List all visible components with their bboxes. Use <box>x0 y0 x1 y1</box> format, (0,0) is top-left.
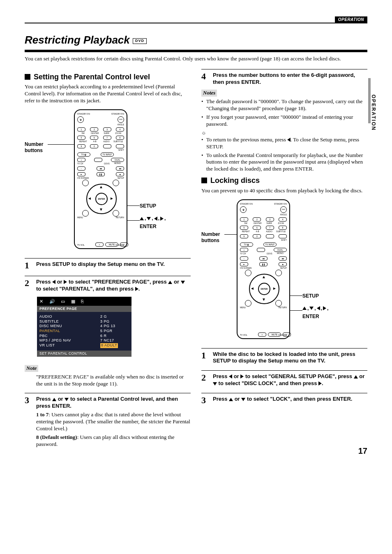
step-text: Press the number buttons to enter the 6-… <box>213 72 367 86</box>
remote-tvvol: TV VOL <box>77 244 85 247</box>
step-text: Press SETUP to display the Setup menu on… <box>36 261 191 270</box>
remote-center: CENTER <box>89 133 101 135</box>
step-1: 1 Press SETUP to display the Setup menu … <box>25 261 191 270</box>
dpad-up-icon: ▲ <box>99 184 103 189</box>
osd-rating-item: 5 PGR <box>100 329 129 334</box>
remote-onscreen: ON SCREEN <box>77 178 101 180</box>
remote-subtitle: SUBTITLE <box>113 141 125 143</box>
locking-step-2: 2 Press or to select "GENERAL SETUP PAGE… <box>201 373 367 387</box>
osd-rating-item: 6 R <box>100 334 129 339</box>
remote-onscreen-btn <box>82 180 89 186</box>
step-number: 3 <box>201 396 213 405</box>
osd-menu-item: AUDIO <box>39 314 100 319</box>
osd-icon-tv: ▭ <box>61 298 65 304</box>
remote-return: RETURN <box>101 217 124 219</box>
remote-btn-tvinput: TV INPUT <box>101 152 114 157</box>
parental-intro-paragraph: You can restrict playback according to a… <box>25 83 191 104</box>
osd-rating-item: 7 NC17 <box>100 338 129 343</box>
remote-power-right-dvd: DVD <box>118 116 124 123</box>
down-arrow-icon <box>65 398 69 401</box>
down-arrow-icon <box>147 217 151 220</box>
step-number: 2 <box>25 279 36 293</box>
remote-ddvs: DDVS <box>101 163 113 165</box>
callout-direction-arrows: , , , , <box>140 215 166 222</box>
remote-volume: VOLUME <box>115 244 124 247</box>
remote-diagram-2: Number buttons STANDBY/ONSTANDBY/ON ⏻DVD… <box>201 194 367 342</box>
remote-power-left: ⏻ <box>77 116 84 123</box>
down-arrow-icon <box>181 281 185 284</box>
up-arrow-icon <box>229 398 233 401</box>
page-number: 17 <box>358 446 367 456</box>
left-arrow-icon <box>154 217 157 221</box>
remote-repeat: REPEAT <box>77 141 89 143</box>
remote-dpad: ENTER ▲ ▼ ◄ ► <box>84 182 117 215</box>
right-arrow-icon <box>323 306 326 310</box>
remote-btn-1: 1 <box>77 127 85 132</box>
remote-setup-lbl: SETUP <box>101 178 124 180</box>
side-tab-label: OPERATION <box>370 95 376 131</box>
intro-paragraph: You can set playback restrictions for ce… <box>25 55 367 62</box>
heading-setting-parental-level: Setting the Parental Control level <box>25 72 191 82</box>
step-text: Press or to select "PREFERENCE PAGE", pr… <box>36 279 191 293</box>
osd-menu-item: PBC <box>39 334 100 339</box>
note-bullet-2: •If you forget your password, enter "000… <box>201 114 367 128</box>
up-arrow-icon <box>302 307 307 310</box>
osd-menu-item: MP3 / JPEG NAV <box>39 338 100 343</box>
square-bullet-icon <box>25 74 30 80</box>
osd-icon-bar: ✕ 🔊 ▭ ▦ ⎘ <box>37 297 131 306</box>
remote-surr: SURR <box>101 133 113 135</box>
osd-rating-item: 8 ADULT <box>100 343 129 348</box>
osd-rating-values: 2 G3 PG4 PG 135 PGR6 R7 NC178 ADULT <box>100 314 129 348</box>
up-arrow-icon <box>354 375 358 379</box>
tip-bullet-2: •To unlock the Parental Control temporar… <box>201 152 367 173</box>
header-section-label: OPERATION <box>335 16 367 23</box>
callout-number-buttons-text: Number buttons <box>201 231 224 244</box>
tip-bullet-1: •To return to the previous menu, press .… <box>201 136 367 150</box>
up-arrow-icon <box>140 217 144 220</box>
square-bullet-icon <box>201 178 207 183</box>
osd-icon-exit: ⎘ <box>81 298 84 304</box>
remote-btn-9: 9 <box>77 144 85 148</box>
remote-btn-dualmono: DUAL MONO <box>111 158 124 162</box>
remote-shift: SHIFT <box>118 150 124 152</box>
step-3-body-2: 8 (Default setting): Users can play all … <box>36 434 191 448</box>
remote-setup-btn <box>113 180 119 186</box>
step-4: 4 Press the number buttons to enter the … <box>201 72 367 86</box>
heading-text: Setting the Parental Control level <box>34 73 150 81</box>
locking-step-3: 3 Press or to select "LOCK", and then pr… <box>201 396 367 405</box>
remote-zoom: ZOOM <box>113 133 125 135</box>
step-text: Press or to select "LOCK", and then pres… <box>213 396 367 405</box>
remote-sw: SW <box>77 133 89 135</box>
remote-btn-0: 0 <box>90 144 98 148</box>
step-number: 2 <box>201 373 213 387</box>
callout-number-buttons-text: Number buttons <box>25 141 48 154</box>
up-arrow-icon <box>52 398 56 401</box>
callout-number-buttons: Number buttons <box>201 231 224 244</box>
remote-btn-prev: ⏮ <box>97 166 105 171</box>
remote-btn-6: 6 <box>90 136 98 140</box>
remote-btn-pause: ❚❚ <box>97 172 105 176</box>
remote-diagram-1: Number buttons STANDBY/ONSTANDBY/ON ⏻DVD… <box>25 104 191 252</box>
callout-setup: SETUP <box>140 203 156 210</box>
dpad-left-icon: ◄ <box>88 196 92 201</box>
step-3: 3 Press or to select a Parental Control … <box>25 396 191 448</box>
osd-icon-tools: ✕ <box>39 298 44 304</box>
note-body: "PREFERENCE PAGE" is available only when… <box>36 374 191 388</box>
remote-btn-audio <box>103 144 111 148</box>
callout-line-setup <box>127 205 140 206</box>
callout-setup: SETUP <box>302 293 319 300</box>
osd-rating-item: 4 PG 13 <box>100 324 129 329</box>
osd-footer-hint: SET PARENTAL CONTROL <box>37 351 131 357</box>
left-arrow-icon <box>52 280 55 284</box>
header-rule <box>25 23 367 23</box>
right-arrow-icon <box>318 381 322 385</box>
remote-standby-l: STANDBY/ON <box>77 113 101 115</box>
osd-icon-speaker: 🔊 <box>49 298 55 304</box>
locking-step-1: 1 While the disc to be locked is loaded … <box>201 351 367 365</box>
callout-direction-arrows: , , , , <box>302 305 328 312</box>
up-arrow-icon <box>168 281 172 284</box>
callout-enter: ENTER <box>302 314 319 320</box>
notes-heading: Notes <box>201 90 217 97</box>
osd-current-tab: PREFERENCE PAGE <box>37 306 131 312</box>
callout-line <box>48 144 77 145</box>
